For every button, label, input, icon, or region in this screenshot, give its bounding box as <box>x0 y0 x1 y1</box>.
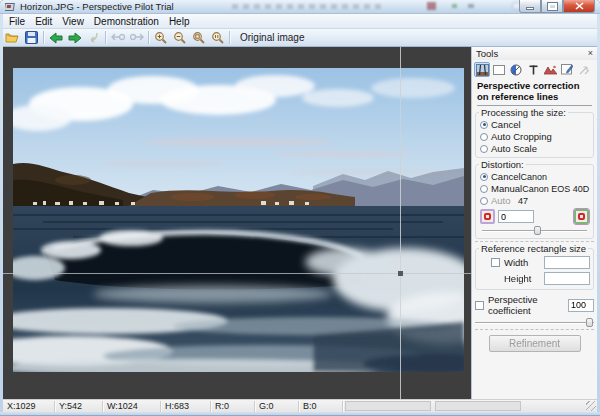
zoom-in-button[interactable] <box>151 30 170 46</box>
radio-icon[interactable] <box>480 185 488 193</box>
apply-button[interactable] <box>84 30 103 46</box>
width-label: Width <box>504 257 528 268</box>
distortion-manual-option[interactable]: Manual Canon EOS 40D <box>479 183 590 194</box>
radio-icon[interactable] <box>480 197 488 205</box>
minimize-button[interactable] <box>519 0 541 13</box>
camera-maker-value[interactable]: Canon <box>521 172 590 182</box>
move-tool-icon[interactable] <box>576 62 592 77</box>
status-y: Y:542 <box>55 401 103 412</box>
status-h: H:683 <box>161 401 211 412</box>
radio-icon[interactable] <box>480 173 488 181</box>
option-label: Auto <box>491 195 511 206</box>
toolbar-separator <box>148 31 149 44</box>
distortion-auto-option[interactable]: Auto 47 <box>479 195 590 206</box>
zoom-fit-icon <box>192 31 205 44</box>
apply-icon <box>88 32 100 44</box>
processing-cancel-option[interactable]: Cancel <box>479 119 590 130</box>
window-title: Horizon.JPG - Perspective Pilot Trial <box>20 1 174 12</box>
zoom-fit-button[interactable] <box>189 30 208 46</box>
text-tool-icon[interactable] <box>525 62 541 77</box>
option-label: Auto Scale <box>491 143 537 154</box>
toolbar-separator <box>229 31 230 44</box>
angle-input[interactable] <box>498 210 534 223</box>
window-border-left <box>0 14 3 412</box>
background-bleed <box>468 4 474 8</box>
maximize-button[interactable] <box>541 0 563 13</box>
title-bar[interactable]: Horizon.JPG - Perspective Pilot Trial <box>0 0 600 14</box>
radio-icon[interactable] <box>480 133 488 141</box>
zoom-actual-icon <box>211 31 224 44</box>
redo-button[interactable] <box>127 30 146 46</box>
height-row: Height <box>479 271 590 286</box>
edit-tool-icon[interactable] <box>559 62 575 77</box>
menu-edit[interactable]: Edit <box>30 16 57 27</box>
distortion-cancel-option[interactable]: Cancel Canon <box>479 171 590 182</box>
tools-panel-header[interactable]: Tools × <box>472 47 597 60</box>
distortion-group-label: Distortion: <box>479 159 526 170</box>
refinement-button[interactable]: Refinement <box>489 335 581 352</box>
panel-close-icon[interactable]: × <box>588 49 593 58</box>
zoom-in-icon <box>154 31 167 44</box>
resize-grip[interactable] <box>586 401 596 411</box>
vertical-reference-line[interactable] <box>400 47 401 399</box>
rotate-right-button[interactable] <box>574 209 589 224</box>
status-w: W:1024 <box>103 401 161 412</box>
minimize-icon <box>526 7 534 10</box>
toolbar-separator <box>43 31 44 44</box>
angle-row <box>480 209 589 224</box>
colors-tool-icon[interactable] <box>508 62 524 77</box>
undo-icon <box>111 32 125 43</box>
angle-slider[interactable] <box>482 226 587 235</box>
menu-help[interactable]: Help <box>164 16 195 27</box>
zoom-actual-button[interactable] <box>208 30 227 46</box>
photo-horizon-jpg <box>13 68 464 372</box>
maximize-icon <box>548 3 557 10</box>
perspective-coefficient-input[interactable] <box>568 299 594 312</box>
close-icon <box>575 2 584 10</box>
rectangle-tool-icon[interactable] <box>491 62 507 77</box>
menu-demonstration[interactable]: Demonstration <box>89 16 164 27</box>
forward-button[interactable] <box>65 30 84 46</box>
perspective-slider[interactable] <box>475 318 594 327</box>
camera-model-value[interactable]: Canon EOS 40D <box>522 184 590 194</box>
redo-icon <box>130 32 144 43</box>
reference-crosshair-node[interactable] <box>398 271 403 276</box>
processing-auto-cropping-option[interactable]: Auto Cropping <box>479 131 590 142</box>
original-image-label[interactable]: Original image <box>232 32 312 43</box>
background-bleed <box>232 4 382 9</box>
image-canvas[interactable] <box>3 47 471 399</box>
back-button[interactable] <box>46 30 65 46</box>
close-button[interactable] <box>563 0 595 13</box>
width-input[interactable] <box>544 256 590 269</box>
open-button[interactable] <box>3 30 22 46</box>
toolbar: Original image <box>0 29 600 47</box>
radio-icon[interactable] <box>480 121 488 129</box>
radio-icon[interactable] <box>480 145 488 153</box>
status-x: X:1029 <box>3 401 55 412</box>
tools-panel-title: Tools <box>476 48 588 59</box>
save-button[interactable] <box>22 30 41 46</box>
option-label: Cancel <box>491 171 521 182</box>
save-icon <box>25 31 38 44</box>
perspective-coefficient-checkbox[interactable] <box>475 301 484 310</box>
width-checkbox[interactable] <box>491 258 500 267</box>
back-icon <box>49 32 63 44</box>
slider-thumb[interactable] <box>534 226 541 235</box>
focal-length-value[interactable]: 47 <box>518 196 590 206</box>
slider-thumb[interactable] <box>586 318 593 327</box>
status-panel <box>435 401 521 411</box>
background-bleed <box>452 4 457 8</box>
menu-file[interactable]: File <box>4 16 30 27</box>
perspective-tool-icon[interactable] <box>474 62 490 77</box>
height-input[interactable] <box>544 272 590 285</box>
window-controls <box>519 0 595 13</box>
menu-view[interactable]: View <box>57 16 89 27</box>
slider-track <box>475 322 594 323</box>
processing-auto-scale-option[interactable]: Auto Scale <box>479 143 590 154</box>
rotate-left-button[interactable] <box>480 209 495 224</box>
zoom-out-button[interactable] <box>170 30 189 46</box>
perspective-coefficient-row: Perspective coefficient <box>475 294 594 316</box>
status-b: B:0 <box>299 401 343 412</box>
horizon-tool-icon[interactable] <box>542 62 558 77</box>
undo-button[interactable] <box>108 30 127 46</box>
